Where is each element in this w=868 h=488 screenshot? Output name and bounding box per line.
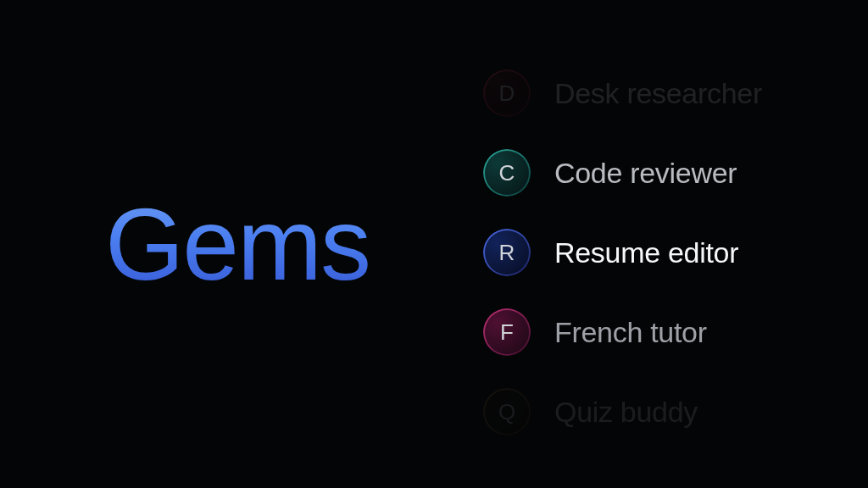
badge-icon: F <box>483 308 531 356</box>
badge-icon: R <box>483 229 531 276</box>
list-item-resume-editor[interactable]: R Resume editor <box>483 229 868 276</box>
item-label: Code reviewer <box>554 157 737 190</box>
item-label: Quiz buddy <box>554 396 698 429</box>
badge-icon: C <box>483 149 531 197</box>
main-container: Gems D Desk researcher C Code reviewer R… <box>0 0 868 488</box>
badge-letter: F <box>500 319 514 346</box>
list-item-desk-researcher[interactable]: D Desk researcher <box>483 69 868 117</box>
list-item-french-tutor[interactable]: F French tutor <box>483 308 868 356</box>
title-section: Gems <box>0 186 475 302</box>
badge-icon: Q <box>483 388 531 435</box>
item-label: Resume editor <box>554 236 738 269</box>
badge-letter: D <box>499 80 515 107</box>
page-title: Gems <box>105 186 370 302</box>
list-item-quiz-buddy[interactable]: Q Quiz buddy <box>483 388 868 435</box>
list-item-code-reviewer[interactable]: C Code reviewer <box>483 149 868 197</box>
badge-letter: Q <box>498 399 515 425</box>
badge-letter: C <box>499 160 515 186</box>
badge-icon: D <box>483 69 531 117</box>
item-label: Desk researcher <box>554 77 762 110</box>
gems-list: D Desk researcher C Code reviewer R Resu… <box>475 53 868 435</box>
item-label: French tutor <box>554 316 707 349</box>
badge-letter: R <box>499 240 515 266</box>
